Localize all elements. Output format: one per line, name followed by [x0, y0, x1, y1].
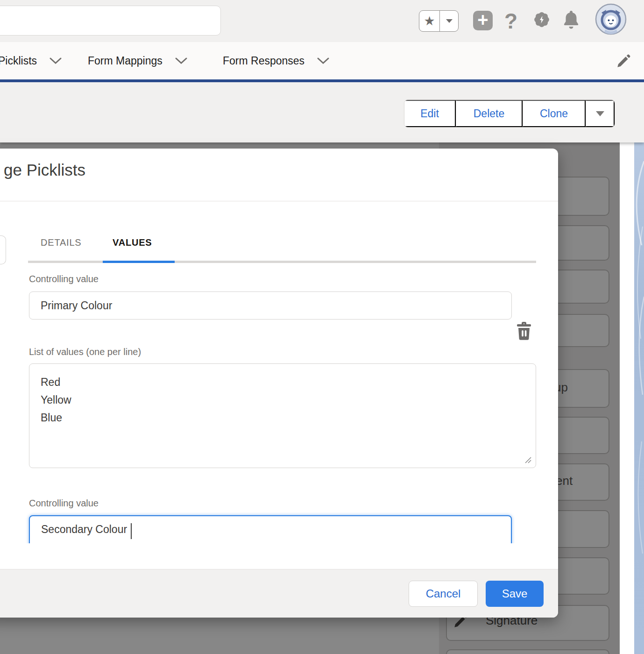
controlling-value-2-label: Controlling value [29, 498, 99, 509]
help-button[interactable]: ? [502, 8, 520, 34]
delete-button[interactable]: Delete [456, 100, 523, 127]
tab-values[interactable]: VALUES [113, 237, 152, 248]
delete-value-trash-icon[interactable] [514, 320, 534, 344]
manage-picklists-modal: ge Picklists DETAILS VALUES Controlling … [0, 149, 558, 618]
modal-body: ge Picklists DETAILS VALUES Controlling … [0, 149, 558, 543]
tab-picklists[interactable]: Picklists [0, 42, 62, 79]
list-of-values-label: List of values (one per line) [29, 347, 141, 357]
header-top-row: ★ + ? [0, 0, 644, 42]
textarea-resize-handle[interactable] [524, 456, 555, 541]
text-cursor [131, 523, 132, 539]
clone-button[interactable]: Clone [523, 100, 586, 127]
tab-label: Form Mappings [88, 55, 163, 67]
left-cut-button[interactable] [0, 235, 6, 264]
tab-form-mappings[interactable]: Form Mappings [88, 42, 188, 79]
chevron-down-icon[interactable] [49, 57, 62, 64]
controlling-value-2-input[interactable]: Secondary Colour [29, 515, 512, 543]
record-actions-group: Edit Delete Clone [404, 100, 615, 128]
tab-details[interactable]: DETAILS [41, 237, 81, 248]
chevron-down-icon [446, 19, 453, 23]
tab-label: Picklists [0, 55, 37, 67]
favorites-button-group: ★ [419, 10, 459, 32]
edit-button[interactable]: Edit [404, 100, 456, 127]
screen: up ent Signature [0, 0, 644, 654]
tab-label: Form Responses [223, 55, 304, 67]
controlling-value-1-label: Controlling value [29, 274, 99, 284]
edit-nav-pencil-icon[interactable] [616, 53, 631, 71]
modal-footer: Cancel Save [0, 569, 558, 618]
modal-title: ge Picklists [4, 161, 85, 179]
chevron-down-icon[interactable] [175, 57, 188, 64]
object-tab-bar: Picklists Form Mappings Form Responses [0, 42, 644, 79]
controlling-value-1-input[interactable]: Primary Colour [29, 291, 512, 320]
save-button[interactable]: Save [486, 581, 544, 607]
controlling-value-2-text: Secondary Colour [41, 523, 127, 536]
global-search-input[interactable] [0, 6, 221, 36]
list-of-values-textarea[interactable]: Red Yellow Blue [29, 363, 536, 468]
chevron-down-icon[interactable] [317, 57, 330, 64]
notifications-bell-icon[interactable] [562, 9, 580, 32]
page-gutter [620, 142, 634, 654]
cancel-button[interactable]: Cancel [409, 581, 478, 607]
record-action-bar: Edit Delete Clone [0, 82, 644, 142]
modal-title-divider [0, 201, 558, 201]
global-header: ★ + ? [0, 0, 644, 142]
favorites-dropdown-button[interactable] [440, 11, 458, 31]
favorites-star-icon[interactable]: ★ [419, 11, 440, 31]
tab-form-responses[interactable]: Form Responses [223, 42, 330, 79]
dropdown-triangle-icon [595, 111, 605, 117]
tab-active-underline [103, 261, 175, 263]
user-avatar[interactable] [595, 3, 627, 35]
global-actions-button[interactable]: + [473, 11, 493, 30]
background-wallpaper [634, 142, 644, 654]
more-actions-dropdown-button[interactable] [586, 100, 615, 127]
setup-gear-icon[interactable] [531, 9, 552, 32]
